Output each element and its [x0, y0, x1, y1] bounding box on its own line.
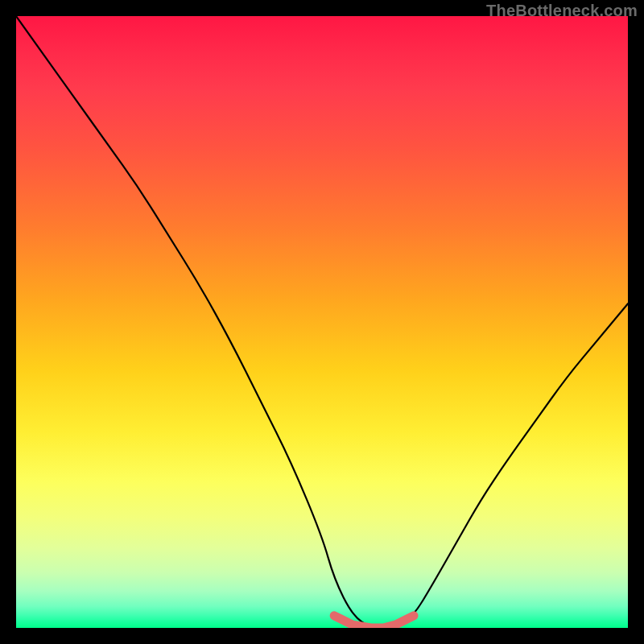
- plot-area: [16, 16, 628, 628]
- curve-layer: [16, 16, 628, 628]
- optimal-zone-marker: [334, 616, 414, 628]
- chart-frame: TheBottleneck.com: [0, 0, 644, 644]
- bottleneck-curve: [16, 16, 628, 628]
